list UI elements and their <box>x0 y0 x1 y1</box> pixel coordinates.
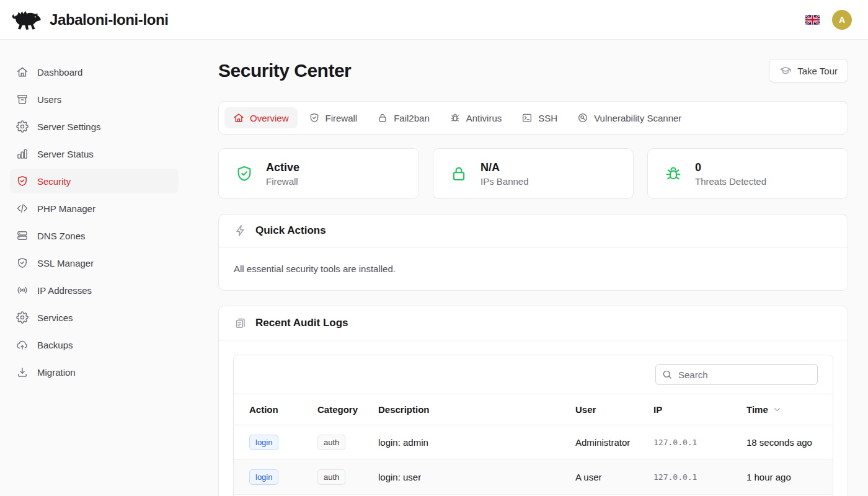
column-header-action: Action <box>234 394 302 425</box>
gear-icon <box>16 311 29 324</box>
sidebar-item-label: SSL Manager <box>37 258 94 268</box>
sidebar-item-migration[interactable]: Migration <box>10 360 179 384</box>
sidebar-item-ssl-manager[interactable]: SSL Manager <box>10 250 179 275</box>
status-cards: Active Firewall N/A IPs Banned 0 Threats… <box>218 148 848 199</box>
bug-icon <box>450 112 461 123</box>
sidebar-item-dashboard[interactable]: Dashboard <box>10 60 179 84</box>
status-value: 0 <box>695 161 766 174</box>
quick-actions-card: Quick Actions All essential security too… <box>218 214 848 291</box>
tab-label: Overview <box>250 113 289 123</box>
status-card-ips-banned: N/A IPs Banned <box>433 148 634 199</box>
user-cell: A user <box>560 460 638 495</box>
shield-check-icon <box>16 257 29 269</box>
cloud-upload-icon <box>16 339 29 351</box>
tab-label: Fail2ban <box>394 113 430 123</box>
tab-fail2ban[interactable]: Fail2ban <box>368 107 438 128</box>
table-header-row: Action Category Description User IP Time <box>234 394 833 425</box>
tab-label: Antivirus <box>466 113 502 123</box>
tab-label: SSH <box>538 113 557 123</box>
sidebar-item-label: DNS Zones <box>37 231 86 241</box>
time-sort-control[interactable]: Time <box>746 404 782 415</box>
tab-label: Firewall <box>326 113 358 123</box>
status-label: IPs Banned <box>480 176 529 187</box>
ip-cell: 127.0.0.1 <box>638 460 731 495</box>
column-header-user: User <box>560 394 638 425</box>
lock-icon <box>450 164 468 183</box>
uk-flag-icon[interactable] <box>805 15 820 25</box>
status-card-threats: 0 Threats Detected <box>647 148 848 199</box>
shield-check-icon <box>16 175 29 187</box>
tab-vulnerability-scanner[interactable]: Vulnerability Scanner <box>569 107 690 128</box>
tab-antivirus[interactable]: Antivirus <box>441 107 511 128</box>
code-icon <box>16 202 29 215</box>
audit-logs-title: Recent Audit Logs <box>255 317 348 329</box>
sidebar-item-label: Security <box>37 176 71 187</box>
download-icon <box>16 366 29 378</box>
status-value: N/A <box>480 161 529 174</box>
main-content: Security Center Take Tour Overview Firew… <box>188 40 868 496</box>
graduation-cap-icon <box>779 64 792 77</box>
sidebar-item-security[interactable]: Security <box>10 169 179 193</box>
sidebar-item-backups[interactable]: Backups <box>10 332 179 357</box>
status-label: Firewall <box>266 176 299 187</box>
shield-check-icon <box>309 112 320 123</box>
server-stack-icon <box>16 229 29 242</box>
time-cell: 1 hour ago <box>731 460 833 495</box>
sidebar: Dashboard Users Server Settings Server S… <box>0 40 188 496</box>
quick-actions-message: All essential security tools are install… <box>234 264 833 274</box>
sidebar-item-ip-addresses[interactable]: IP Addresses <box>10 278 179 303</box>
ip-cell: 127.0.0.1 <box>638 425 731 460</box>
column-header-category: Category <box>302 394 363 425</box>
sidebar-item-label: Server Status <box>37 149 94 159</box>
boar-icon <box>10 9 42 31</box>
take-tour-label: Take Tour <box>797 66 838 76</box>
brand-title: Jabaloni-loni-loni <box>50 11 168 29</box>
status-label: Threats Detected <box>695 176 766 187</box>
audit-table-container: Action Category Description User IP Time <box>233 355 833 496</box>
column-header-time: Time <box>731 394 833 425</box>
home-icon <box>16 66 29 78</box>
tab-ssh[interactable]: SSH <box>513 107 566 128</box>
quick-actions-title: Quick Actions <box>255 224 326 237</box>
column-header-description: Description <box>363 394 560 425</box>
user-cell: Administrator <box>560 425 638 460</box>
chevron-down-icon <box>773 405 782 414</box>
tab-label: Vulnerability Scanner <box>594 113 681 123</box>
sidebar-item-dns-zones[interactable]: DNS Zones <box>10 223 179 248</box>
archive-icon <box>16 93 29 105</box>
security-tab-bar: Overview Firewall Fail2ban Antivirus SSH… <box>218 101 848 135</box>
sidebar-item-label: Services <box>37 312 73 323</box>
tab-overview[interactable]: Overview <box>224 107 298 128</box>
sidebar-item-server-status[interactable]: Server Status <box>10 141 179 166</box>
category-badge: auth <box>317 435 345 450</box>
sidebar-item-php-manager[interactable]: PHP Manager <box>10 196 179 221</box>
broadcast-icon <box>16 284 29 296</box>
sidebar-item-server-settings[interactable]: Server Settings <box>10 114 179 139</box>
avatar[interactable]: A <box>832 10 852 30</box>
column-header-ip: IP <box>638 394 731 425</box>
sidebar-item-label: Server Settings <box>37 122 101 132</box>
sidebar-item-label: Dashboard <box>37 67 82 78</box>
category-badge: auth <box>317 469 345 485</box>
sidebar-item-label: PHP Manager <box>37 203 95 214</box>
scan-search-icon <box>577 112 588 123</box>
sidebar-item-label: IP Addresses <box>37 285 92 296</box>
tab-firewall[interactable]: Firewall <box>300 107 366 128</box>
table-row: login auth login: admin Administrator 12… <box>234 425 833 460</box>
sidebar-item-services[interactable]: Services <box>10 305 179 330</box>
sidebar-item-users[interactable]: Users <box>10 87 179 112</box>
status-value: Active <box>266 161 299 174</box>
column-header-time-label: Time <box>746 404 768 415</box>
shield-check-icon <box>235 164 254 183</box>
audit-table: Action Category Description User IP Time <box>234 394 833 495</box>
app-header: Jabaloni-loni-loni A <box>0 0 868 40</box>
terminal-icon <box>521 112 533 123</box>
action-badge: login <box>249 469 278 485</box>
lightning-icon <box>234 224 247 237</box>
search-input[interactable] <box>655 364 818 385</box>
sidebar-item-label: Backups <box>37 340 73 350</box>
take-tour-button[interactable]: Take Tour <box>769 59 848 82</box>
lock-icon <box>377 112 388 123</box>
home-icon <box>233 112 244 123</box>
brand[interactable]: Jabaloni-loni-loni <box>10 9 168 31</box>
